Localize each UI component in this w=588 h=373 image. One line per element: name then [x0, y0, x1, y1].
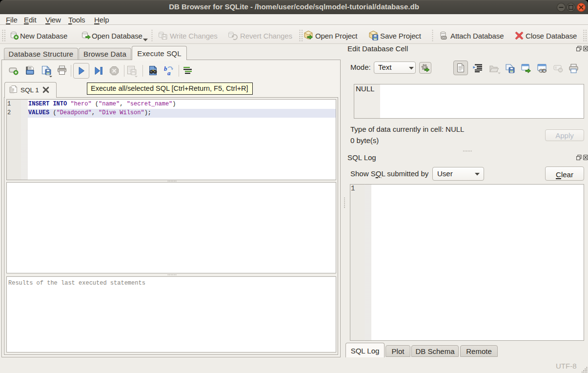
svg-text:b: b: [164, 65, 167, 72]
svg-text:a: a: [167, 69, 171, 76]
